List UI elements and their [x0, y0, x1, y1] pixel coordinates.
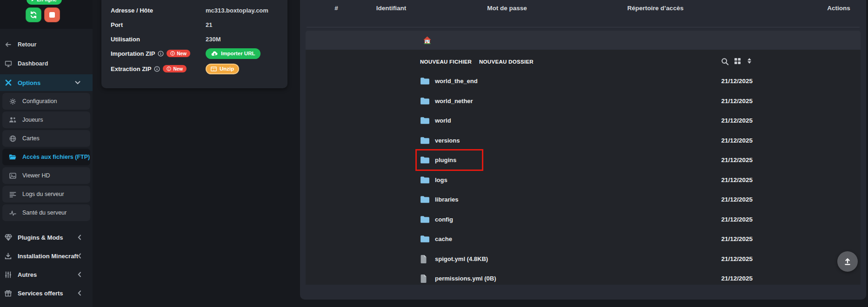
sidebar-item-label: Cartes — [22, 135, 40, 142]
new-file-button[interactable]: NOUVEAU FICHIER — [420, 57, 472, 66]
file-date: 21/12/2025 — [721, 176, 753, 183]
sidebar-item-options[interactable]: Options — [0, 74, 93, 91]
file-row[interactable]: world 21/12/2025 — [420, 111, 753, 131]
globe-icon — [9, 135, 16, 142]
sidebar-item-plugins-mods[interactable]: Plugins & Mods — [0, 229, 93, 246]
column-header-num: # — [334, 5, 338, 12]
list-lines-icon — [9, 191, 16, 197]
sidebar-item-retour[interactable]: Retour — [0, 37, 93, 52]
port-value: 21 — [206, 21, 212, 28]
sidebar-item-label: Retour — [18, 41, 36, 48]
image-icon — [9, 173, 16, 179]
sliders-icon — [4, 271, 12, 278]
file-name: world_nether — [435, 98, 473, 105]
file-row[interactable]: logs 21/12/2025 — [420, 170, 753, 190]
sidebar: En ligne Retour — [0, 0, 93, 307]
port-label: Port — [111, 21, 206, 28]
pulse-icon — [9, 210, 16, 216]
sidebar-item-viewer-hd[interactable]: Viewer HD — [2, 167, 90, 184]
import-url-button[interactable]: Importer URL — [206, 48, 260, 59]
zip-import-label: Importation ZIP — [111, 50, 155, 57]
file-name: versions — [435, 137, 460, 144]
sidebar-item-configuration[interactable]: Configuration — [2, 93, 90, 110]
home-icon[interactable] — [423, 36, 431, 44]
status-badge: En ligne — [27, 0, 62, 5]
sidebar-item-services-offerts[interactable]: Services offerts — [0, 285, 93, 301]
file-icon — [420, 255, 430, 263]
upload-icon — [843, 257, 852, 266]
sidebar-item-autres[interactable]: Autres — [0, 266, 93, 283]
file-row[interactable]: world_the_end 21/12/2025 — [420, 71, 753, 91]
chevron-left-icon — [78, 235, 81, 240]
cloud-upload-icon — [211, 51, 218, 56]
sidebar-item-sante-serveur[interactable]: Santé du serveur — [2, 204, 90, 221]
file-name: world — [435, 117, 451, 124]
sidebar-item-label: Joueurs — [22, 117, 43, 123]
file-date: 21/12/2025 — [721, 117, 753, 124]
file-date: 21/12/2025 — [721, 216, 753, 223]
sidebar-item-label: Installation Minecraft — [18, 253, 78, 260]
sidebar-item-cartes[interactable]: Cartes — [2, 130, 90, 147]
sidebar-item-dashboard[interactable]: Dashboard — [0, 56, 93, 71]
sidebar-item-installation-minecraft[interactable]: Installation Minecraft — [0, 248, 93, 264]
sidebar-item-label: Autres — [18, 271, 37, 278]
file-row[interactable]: config 21/12/2025 — [420, 209, 753, 229]
gem-icon — [4, 234, 12, 241]
folder-icon — [420, 216, 430, 223]
header-divider — [307, 27, 860, 27]
folder-icon — [420, 196, 430, 203]
file-date: 21/12/2025 — [721, 98, 753, 105]
info-icon — [158, 51, 164, 57]
file-row[interactable]: versions 21/12/2025 — [420, 131, 753, 150]
folder-icon — [420, 156, 430, 164]
file-row-plugins[interactable]: plugins 21/12/2025 — [420, 150, 753, 170]
new-folder-button[interactable]: NOUVEAU DOSSIER — [479, 57, 534, 66]
usage-value: 230M — [206, 36, 221, 43]
options-submenu: Configuration Joueurs Cartes Accès aux f… — [0, 93, 93, 223]
stop-server-button[interactable] — [44, 7, 60, 22]
sidebar-item-label: Options — [18, 79, 40, 86]
file-row[interactable]: world_nether 21/12/2025 — [420, 91, 753, 111]
sort-icon[interactable] — [748, 58, 751, 64]
monitor-icon — [4, 60, 12, 67]
gear-icon — [9, 98, 16, 105]
folder-icon — [420, 77, 430, 85]
search-icon[interactable] — [721, 58, 729, 65]
file-row[interactable]: libraries 21/12/2025 — [420, 189, 753, 209]
host-label: Adresse / Hôte — [111, 7, 206, 14]
restart-server-button[interactable] — [26, 7, 41, 22]
folder-icon — [420, 117, 430, 124]
sidebar-item-label: Dashboard — [18, 60, 48, 67]
file-name: config — [435, 216, 453, 223]
sidebar-item-logs-serveur[interactable]: Logs du serveur — [2, 186, 90, 202]
archive-icon — [211, 66, 217, 72]
chevron-left-icon — [78, 272, 81, 277]
file-name: cache — [435, 235, 452, 242]
host-value: mc313.boxtoplay.com — [206, 7, 268, 14]
sidebar-item-label: Plugins & Mods — [18, 234, 63, 241]
upload-button[interactable] — [837, 251, 858, 272]
breadcrumb — [306, 31, 861, 50]
file-row[interactable]: spigot.yml (4.8KB) 21/12/2025 — [420, 249, 753, 269]
server-controls: En ligne — [0, 0, 93, 29]
file-row[interactable]: cache 21/12/2025 — [420, 229, 753, 249]
file-date: 21/12/2025 — [721, 157, 753, 163]
chevron-down-icon — [75, 81, 80, 85]
file-name: world_the_end — [435, 78, 478, 85]
column-header-mot-de-passe: Mot de passe — [487, 5, 527, 12]
download-icon — [4, 253, 12, 260]
folder-icon — [420, 235, 430, 243]
grid-view-icon[interactable] — [734, 58, 741, 65]
sidebar-item-joueurs[interactable]: Joueurs — [2, 111, 90, 128]
refresh-icon — [30, 11, 37, 19]
sidebar-item-label: Services offerts — [18, 290, 63, 297]
tools-icon — [4, 79, 12, 86]
play-icon — [32, 0, 34, 1]
file-date: 21/12/2025 — [721, 137, 753, 144]
unzip-button[interactable]: Unzip — [206, 64, 239, 74]
sidebar-item-label: Viewer HD — [22, 172, 50, 179]
boxtoplay-panel: En ligne Retour — [0, 0, 868, 307]
file-row[interactable]: permissions.yml (0B) 21/12/2025 — [420, 268, 753, 288]
sidebar-item-acces-fichiers-ftp[interactable]: Accès aux fichiers (FTP) — [2, 149, 90, 165]
sidebar-item-label: Accès aux fichiers (FTP) — [22, 154, 90, 160]
